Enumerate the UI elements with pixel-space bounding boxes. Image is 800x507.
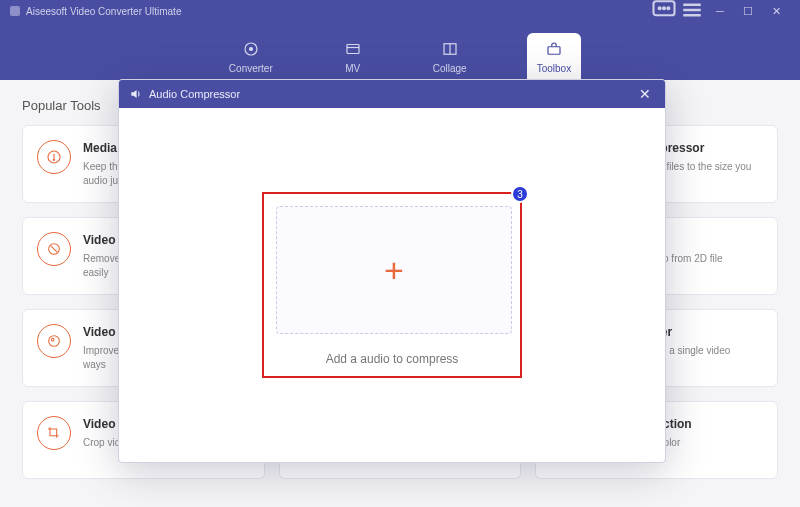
svg-point-18 <box>49 336 60 347</box>
tab-converter[interactable]: Converter <box>219 33 283 80</box>
tool-icon <box>37 324 71 358</box>
tab-collage[interactable]: Collage <box>423 33 477 80</box>
tab-toolbox[interactable]: Toolbox <box>527 33 581 80</box>
dialog-title: Audio Compressor <box>149 88 240 100</box>
highlight-box: 3 + Add a audio to compress <box>262 192 522 378</box>
add-audio-dropzone[interactable]: + <box>276 206 512 334</box>
toolbox-icon <box>544 39 564 59</box>
tab-label: Toolbox <box>537 63 571 74</box>
minimize-button[interactable]: ─ <box>706 5 734 17</box>
app-title: Aiseesoft Video Converter Ultimate <box>26 6 181 17</box>
dialog-close-button[interactable]: ✕ <box>635 86 655 102</box>
collage-icon <box>440 39 460 59</box>
plus-icon: + <box>384 253 404 287</box>
tool-icon <box>37 140 71 174</box>
dialog-header: Audio Compressor ✕ <box>119 80 665 108</box>
mv-icon <box>343 39 363 59</box>
step-badge: 3 <box>511 185 529 203</box>
maximize-button[interactable]: ☐ <box>734 5 762 18</box>
svg-point-14 <box>53 159 54 160</box>
tab-label: Collage <box>433 63 467 74</box>
svg-point-19 <box>51 338 54 341</box>
converter-icon <box>241 39 261 59</box>
svg-point-8 <box>249 48 252 51</box>
svg-point-2 <box>663 7 665 9</box>
feedback-icon[interactable] <box>650 0 678 26</box>
app-logo <box>10 6 20 16</box>
dropzone-caption: Add a audio to compress <box>264 346 520 376</box>
svg-rect-9 <box>347 45 359 54</box>
svg-rect-12 <box>548 47 560 55</box>
audio-compressor-dialog: Audio Compressor ✕ 3 + Add a audio to co… <box>118 79 666 463</box>
tool-icon <box>37 232 71 266</box>
tab-mv[interactable]: MV <box>333 33 373 80</box>
svg-point-3 <box>667 7 669 9</box>
titlebar: Aiseesoft Video Converter Ultimate ─ ☐ ✕ <box>0 0 800 22</box>
menu-icon[interactable] <box>678 0 706 26</box>
tool-icon <box>37 416 71 450</box>
close-button[interactable]: ✕ <box>762 5 790 18</box>
tab-label: MV <box>345 63 360 74</box>
speaker-icon <box>129 87 143 101</box>
main-tabs: Converter MV Collage Toolbox <box>0 22 800 80</box>
dialog-body: 3 + Add a audio to compress <box>119 108 665 462</box>
svg-point-1 <box>659 7 661 9</box>
tab-label: Converter <box>229 63 273 74</box>
